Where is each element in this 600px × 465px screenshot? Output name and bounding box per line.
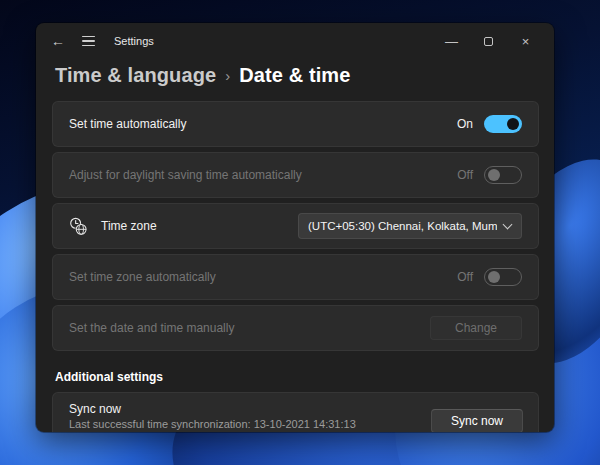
daylight-saving-toggle (484, 166, 522, 184)
breadcrumb: Time & language › Date & time (55, 64, 554, 87)
setting-label: Set time zone automatically (69, 270, 457, 284)
page-title: Date & time (239, 64, 350, 87)
breadcrumb-parent[interactable]: Time & language (55, 64, 216, 87)
toggle-group: Off (457, 166, 522, 184)
set-time-automatically-toggle[interactable] (484, 115, 522, 133)
maximize-icon (484, 37, 493, 46)
maximize-button[interactable] (470, 35, 507, 48)
back-button[interactable]: ← (51, 34, 65, 48)
setting-label: Adjust for daylight saving time automati… (69, 168, 457, 182)
timezone-clock-globe-icon (69, 217, 88, 236)
setting-row-set-date-time-manually: Set the date and time manually Change (52, 305, 539, 351)
toggle-state-label: Off (457, 168, 473, 182)
menu-button[interactable] (82, 36, 95, 46)
set-time-zone-automatically-toggle (484, 268, 522, 286)
toggle-group: On (457, 115, 522, 133)
setting-row-set-time-zone-automatically: Set time zone automatically Off (52, 254, 539, 300)
toggle-state-label: Off (457, 270, 473, 284)
toggle-state-label: On (457, 117, 473, 131)
toggle-group: Off (457, 268, 522, 286)
time-zone-value: (UTC+05:30) Chennai, Kolkata, Mumbai, Ne… (308, 220, 497, 232)
breadcrumb-separator-icon: › (225, 67, 230, 84)
chevron-down-icon (503, 219, 513, 229)
sync-now-row: Sync now Last successful time synchroniz… (52, 392, 539, 432)
time-zone-dropdown[interactable]: (UTC+05:30) Chennai, Kolkata, Mumbai, Ne… (298, 213, 522, 239)
settings-window: ← Settings — × Time & language › Date & … (36, 23, 554, 432)
setting-label: Time zone (101, 219, 298, 233)
window-controls: — × (433, 35, 544, 48)
window-title: Settings (114, 35, 154, 47)
settings-content: Set time automatically On Adjust for day… (36, 101, 554, 432)
toggle-knob (507, 118, 519, 130)
change-button: Change (430, 316, 522, 340)
toggle-knob (488, 169, 500, 181)
toggle-knob (488, 271, 500, 283)
close-button[interactable]: × (507, 35, 544, 48)
titlebar: ← Settings — × (36, 23, 554, 55)
desktop: ← Settings — × Time & language › Date & … (0, 0, 600, 465)
setting-row-daylight-saving: Adjust for daylight saving time automati… (52, 152, 539, 198)
additional-settings-header: Additional settings (55, 370, 539, 384)
setting-row-set-time-automatically: Set time automatically On (52, 101, 539, 147)
setting-row-time-zone: Time zone (UTC+05:30) Chennai, Kolkata, … (52, 203, 539, 249)
minimize-button[interactable]: — (433, 35, 470, 48)
setting-label: Set time automatically (69, 117, 457, 131)
sync-now-button[interactable]: Sync now (431, 409, 523, 432)
setting-label: Set the date and time manually (69, 321, 430, 335)
